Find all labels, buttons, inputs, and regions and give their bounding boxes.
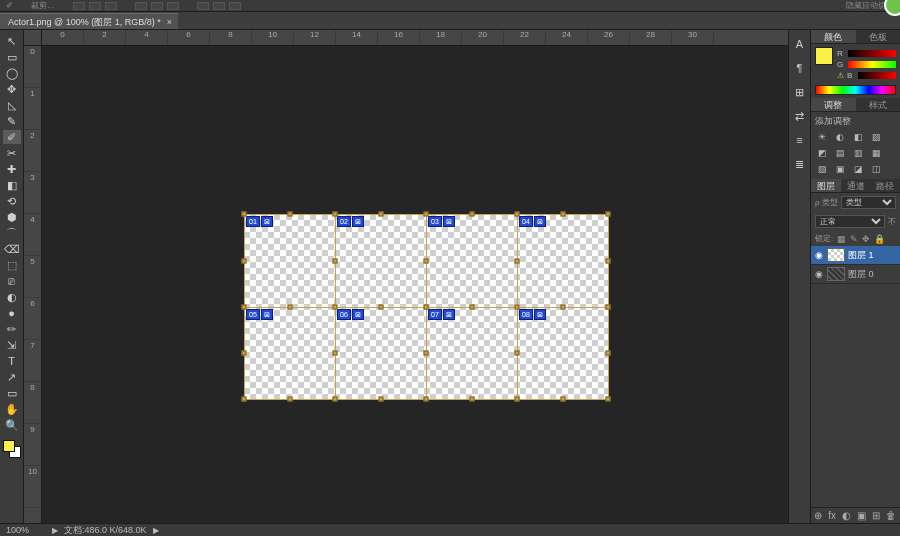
layer-footer-icon[interactable]: ⊞ <box>872 510 880 521</box>
collapsed-panel-icon[interactable]: ≣ <box>793 158 807 172</box>
slice-badge[interactable]: 08⊠ <box>519 309 546 320</box>
collapsed-panel-icon[interactable]: ¶ <box>793 62 807 76</box>
option-slot[interactable] <box>135 2 147 10</box>
slice-handle[interactable] <box>469 397 474 402</box>
slice-handle[interactable] <box>560 305 565 310</box>
slice-handle[interactable] <box>333 212 338 217</box>
collapsed-panel-icon[interactable]: ⊞ <box>793 86 807 100</box>
option-slot[interactable] <box>73 2 85 10</box>
tool-7[interactable]: ✂ <box>3 146 21 160</box>
option-slot[interactable] <box>89 2 101 10</box>
tool-2[interactable]: ◯ <box>3 66 21 80</box>
lock-position-icon[interactable]: ✥ <box>862 234 870 244</box>
slice-handle[interactable] <box>606 351 611 356</box>
tool-8[interactable]: ✚ <box>3 162 21 176</box>
color-fg-swatch[interactable] <box>815 47 833 65</box>
tool-17[interactable]: ● <box>3 306 21 320</box>
tool-19[interactable]: ⇲ <box>3 338 21 352</box>
tool-23[interactable]: ✋ <box>3 402 21 416</box>
slice-badge[interactable]: 06⊠ <box>337 309 364 320</box>
slice-handle[interactable] <box>469 212 474 217</box>
options-label[interactable]: 裁剪… <box>31 0 55 11</box>
tool-14[interactable]: ⬚ <box>3 258 21 272</box>
b-slider[interactable] <box>858 72 896 79</box>
option-slot[interactable] <box>197 2 209 10</box>
slice-handle[interactable] <box>333 397 338 402</box>
layer-row[interactable]: ◉图层 1 <box>811 246 900 265</box>
slice-badge[interactable]: 01⊠ <box>246 216 273 227</box>
slice-handle[interactable] <box>378 397 383 402</box>
slice-handle[interactable] <box>287 305 292 310</box>
collapsed-panel-icon[interactable]: A <box>793 38 807 52</box>
slice-badge[interactable]: 04⊠ <box>519 216 546 227</box>
tool-22[interactable]: ▭ <box>3 386 21 400</box>
doc-size[interactable]: 文档:486.0 K/648.0K <box>64 524 147 537</box>
visibility-icon[interactable]: ◉ <box>814 269 824 279</box>
slice-handle[interactable] <box>287 212 292 217</box>
tool-13[interactable]: ⌫ <box>3 242 21 256</box>
tab-swatches[interactable]: 色板 <box>856 30 901 43</box>
zoom-field[interactable]: 100% <box>6 525 46 535</box>
slice-handle[interactable] <box>515 305 520 310</box>
layer-footer-icon[interactable]: 🗑 <box>886 510 896 521</box>
adjustment-icon[interactable]: ▤ <box>833 148 847 160</box>
blend-mode-select[interactable]: 正常 <box>815 215 885 228</box>
slice-handle[interactable] <box>560 397 565 402</box>
lock-paint-icon[interactable]: ✎ <box>850 234 858 244</box>
slice-handle[interactable] <box>424 212 429 217</box>
collapsed-panel-icon[interactable]: ⇄ <box>793 110 807 124</box>
slice-handle[interactable] <box>424 258 429 263</box>
tool-15[interactable]: ⎚ <box>3 274 21 288</box>
foreground-swatch[interactable] <box>3 440 15 452</box>
slice-handle[interactable] <box>515 397 520 402</box>
adjustment-icon[interactable]: ◧ <box>851 132 865 144</box>
tab-通道[interactable]: 通道 <box>841 179 871 192</box>
tool-18[interactable]: ✏ <box>3 322 21 336</box>
adjustment-icon[interactable]: ▣ <box>833 164 847 176</box>
tool-6[interactable]: ✐ <box>3 130 21 144</box>
slice-badge[interactable]: 07⊠ <box>428 309 455 320</box>
adjustment-icon[interactable]: ◩ <box>815 148 829 160</box>
tab-color[interactable]: 颜色 <box>811 30 856 43</box>
slice-handle[interactable] <box>333 351 338 356</box>
option-slot[interactable] <box>105 2 117 10</box>
adjustment-icon[interactable]: ◐ <box>833 132 847 144</box>
color-swatches[interactable] <box>3 440 21 458</box>
slice-handle[interactable] <box>606 397 611 402</box>
doc-caret-icon[interactable]: ▶ <box>153 526 159 535</box>
layer-footer-icon[interactable]: ⊕ <box>814 510 822 521</box>
lock-pixels-icon[interactable]: ▦ <box>837 234 846 244</box>
slice-handle[interactable] <box>424 397 429 402</box>
tool-21[interactable]: ↗ <box>3 370 21 384</box>
adjustment-icon[interactable]: ☀ <box>815 132 829 144</box>
slice-badge[interactable]: 02⊠ <box>337 216 364 227</box>
slice-handle[interactable] <box>424 305 429 310</box>
option-slot[interactable] <box>229 2 241 10</box>
slice-handle[interactable] <box>333 258 338 263</box>
adjustment-icon[interactable]: ◫ <box>869 164 883 176</box>
adjustment-icon[interactable]: ▨ <box>869 132 883 144</box>
adjustment-icon[interactable]: ◪ <box>851 164 865 176</box>
slice-overlay[interactable]: 01⊠02⊠03⊠04⊠05⊠06⊠07⊠08⊠ <box>244 214 609 400</box>
layer-name[interactable]: 图层 1 <box>848 249 874 262</box>
layer-footer-icon[interactable]: fx <box>828 510 836 521</box>
tool-10[interactable]: ⟲ <box>3 194 21 208</box>
slice-handle[interactable] <box>606 212 611 217</box>
document-tab[interactable]: Actor1.png @ 100% (图层 1, RGB/8) * × <box>0 13 178 29</box>
option-slot[interactable] <box>167 2 179 10</box>
slice-handle[interactable] <box>515 258 520 263</box>
slice-handle[interactable] <box>606 258 611 263</box>
document-canvas[interactable]: 01⊠02⊠03⊠04⊠05⊠06⊠07⊠08⊠ <box>244 214 609 400</box>
slice-handle[interactable] <box>515 212 520 217</box>
lock-all-icon[interactable]: 🔒 <box>874 234 885 244</box>
ruler-horizontal[interactable]: 024681012141618202224262830 <box>42 30 788 46</box>
layer-thumbnail[interactable] <box>827 267 845 281</box>
slice-handle[interactable] <box>287 397 292 402</box>
slice-handle[interactable] <box>242 397 247 402</box>
slice-handle[interactable] <box>560 212 565 217</box>
layer-footer-icon[interactable]: ◐ <box>842 510 851 521</box>
tool-9[interactable]: ◧ <box>3 178 21 192</box>
slice-handle[interactable] <box>606 305 611 310</box>
tool-20[interactable]: T <box>3 354 21 368</box>
slice-badge[interactable]: 05⊠ <box>246 309 273 320</box>
